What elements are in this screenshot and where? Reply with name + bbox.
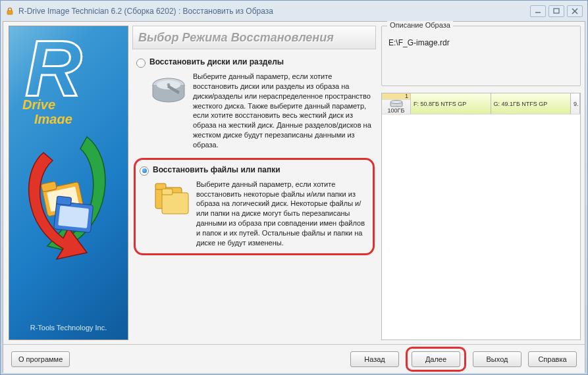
partition-f[interactable]: F: 50.8ГБ NTFS GP bbox=[411, 93, 491, 114]
back-button[interactable]: Назад bbox=[350, 351, 399, 367]
radio-restore-files[interactable] bbox=[140, 166, 149, 176]
page-title: Выбор Режима Восстановления bbox=[132, 26, 376, 49]
help-button[interactable]: Справка bbox=[528, 351, 577, 367]
option-restore-files-desc: Выберите данный параметр, если хотите во… bbox=[196, 180, 369, 248]
minimize-button[interactable] bbox=[530, 5, 546, 17]
disk-layout-panel[interactable]: 1 100ГБ F: 50.8ГБ NTFS GP G: 49.1ГБ NTFS… bbox=[381, 93, 581, 340]
svg-point-21 bbox=[390, 101, 402, 104]
option-restore-files[interactable]: Восстановить файлы или папки bbox=[134, 158, 375, 255]
sidebar: R Drive Image bbox=[9, 26, 128, 340]
maximize-button[interactable] bbox=[548, 5, 564, 17]
option-restore-disks[interactable]: Восстановить диски или разделы bbox=[134, 56, 375, 155]
exit-button[interactable]: Выход bbox=[473, 351, 521, 367]
option-restore-disks-label: Восстановить диски или разделы bbox=[149, 57, 284, 66]
window-title: R-Drive Image Technician 6.2 (Сборка 620… bbox=[18, 7, 530, 16]
hard-drive-icon bbox=[149, 72, 188, 110]
option-restore-disks-desc: Выберите данный параметр, если хотите во… bbox=[193, 72, 372, 150]
next-button-highlight: Далее bbox=[406, 347, 466, 372]
disk-header: 1 100ГБ bbox=[382, 93, 411, 114]
disk-row[interactable]: 1 100ГБ F: 50.8ГБ NTFS GP G: 49.1ГБ NTFS… bbox=[382, 93, 580, 114]
svg-rect-12 bbox=[58, 206, 89, 228]
titlebar: R-Drive Image Technician 6.2 (Сборка 620… bbox=[3, 3, 585, 20]
svg-rect-2 bbox=[554, 9, 559, 13]
radio-restore-disks[interactable] bbox=[136, 59, 146, 68]
option-restore-files-label: Восстановить файлы или папки bbox=[153, 165, 281, 174]
image-description-legend: Описание Образа bbox=[387, 21, 453, 29]
partition-tail[interactable]: 9. bbox=[571, 93, 580, 114]
brand-logo: R Drive Image bbox=[16, 32, 121, 124]
button-bar: О программе Назад Далее Выход Справка bbox=[3, 344, 585, 373]
image-path: E:\F_G-image.rdr bbox=[388, 38, 574, 47]
lock-icon bbox=[5, 7, 14, 16]
partition-g[interactable]: G: 49.1ГБ NTFS GP bbox=[491, 93, 572, 114]
brand-illustration bbox=[14, 124, 122, 321]
brand-line1: Drive bbox=[22, 97, 55, 112]
svg-text:Image: Image bbox=[34, 112, 72, 124]
svg-rect-11 bbox=[57, 196, 72, 205]
svg-rect-18 bbox=[162, 193, 188, 214]
next-button[interactable]: Далее bbox=[412, 351, 460, 367]
close-button[interactable] bbox=[567, 5, 583, 17]
folder-icon bbox=[153, 180, 191, 218]
svg-rect-19 bbox=[162, 189, 173, 195]
svg-rect-0 bbox=[7, 11, 13, 14]
about-button[interactable]: О программе bbox=[11, 351, 70, 367]
image-description-group: Описание Образа E:\F_G-image.rdr bbox=[381, 26, 581, 86]
brand-footer: R-Tools Technology Inc. bbox=[14, 321, 122, 334]
